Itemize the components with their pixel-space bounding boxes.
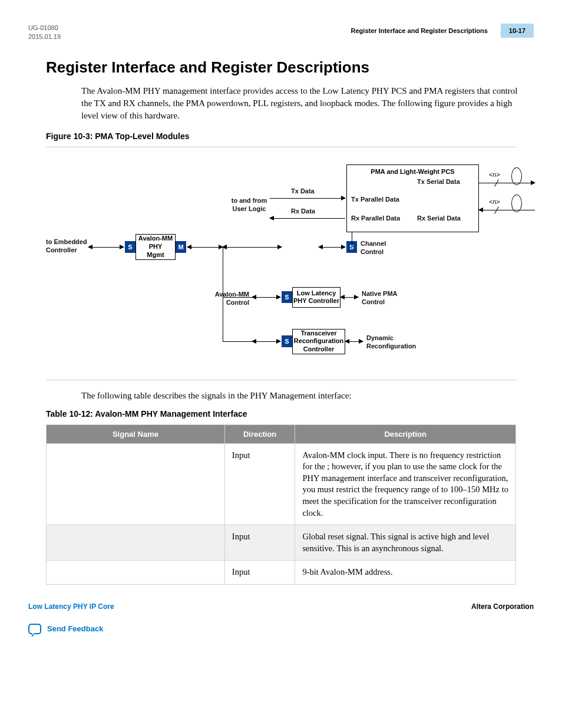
- th-signal: Signal Name: [47, 424, 225, 443]
- footer-left-link[interactable]: Low Latency PHY IP Core: [28, 602, 114, 611]
- arrow-m-bus: [187, 247, 223, 248]
- tag-s-phy: S: [125, 241, 135, 253]
- line-to-ll: [223, 297, 252, 298]
- doc-id: UG-01080: [28, 24, 61, 32]
- doc-id-block: UG-01080 2015.01.19: [28, 24, 61, 42]
- footer-company: Altera Corporation: [471, 602, 534, 611]
- header-right: Register Interface and Register Descript…: [351, 24, 534, 38]
- box-xcvr-reconfig: TransceiverReconfigurationController: [292, 329, 345, 354]
- cell-signal: [47, 443, 225, 525]
- arrow-rx-data: [270, 218, 345, 219]
- pma-down-line: [352, 232, 352, 247]
- feedback-icon: [28, 624, 41, 634]
- table-row: Input Global reset signal. This signal i…: [47, 525, 516, 561]
- cell-description: 9-bit Avalon-MM address.: [295, 561, 516, 585]
- label-channel-control: ChannelControl: [361, 240, 386, 256]
- arrow-to-channel-s: [223, 247, 282, 248]
- box-low-latency: Low LatencyPHY Controller: [292, 287, 340, 308]
- ellipse-rx: [511, 195, 522, 212]
- tag-s-ll: S: [282, 291, 292, 303]
- cell-direction: Input: [224, 561, 295, 585]
- arrow-embedded: [88, 247, 124, 248]
- table-caption: Table 10-12: Avalon-MM PHY Management In…: [46, 409, 534, 419]
- n-tag-rx: <n>: [489, 198, 500, 205]
- cell-description: Global reset signal. This signal is acti…: [295, 525, 516, 561]
- cell-direction: Input: [224, 525, 295, 561]
- arrow-to-xcvr: [252, 341, 280, 342]
- cell-description: Avalon-MM clock input. There is no frequ…: [295, 443, 516, 525]
- page-header: UG-01080 2015.01.19 Register Interface a…: [28, 24, 534, 42]
- arrow-channel-right: [319, 247, 345, 248]
- intro-paragraph: The Avalon-MM PHY management interface p…: [81, 85, 528, 122]
- header-section-title: Register Interface and Register Descript…: [351, 27, 488, 34]
- arrow-rx-serial: [479, 210, 535, 210]
- cell-direction: Input: [224, 443, 295, 525]
- tag-m-phy: M: [176, 241, 186, 253]
- label-rx-parallel: Rx Parallel Data: [351, 215, 400, 223]
- label-native-pma: Native PMAControl: [362, 290, 398, 307]
- doc-date: 2015.01.19: [28, 32, 61, 41]
- label-tx-serial: Tx Serial Data: [417, 178, 460, 186]
- label-rx-serial: Rx Serial Data: [417, 215, 461, 223]
- box-avalon-phy-mgmt: Avalon-MMPHYMgmt: [135, 234, 176, 260]
- th-description: Description: [295, 424, 516, 443]
- ellipse-tx: [511, 167, 522, 185]
- figure-container: PMA and Light-Weight PCS to and fromUser…: [46, 147, 516, 380]
- label-user-logic: to and fromUser Logic: [229, 197, 270, 213]
- signal-table: Signal Name Direction Description Input …: [46, 424, 516, 585]
- cell-signal: [47, 525, 225, 561]
- label-tx-parallel: Tx Parallel Data: [351, 196, 399, 204]
- n-tag-tx: <n>: [489, 171, 500, 178]
- arrow-ll-right: [340, 297, 358, 298]
- figure-caption: Figure 10-3: PMA Top-Level Modules: [46, 131, 534, 141]
- feedback-label: Send Feedback: [47, 624, 103, 633]
- label-embedded: to EmbeddedController: [46, 238, 87, 255]
- label-avalon-control: Avalon-MMControl: [208, 291, 249, 307]
- line-to-xcvr: [223, 341, 252, 342]
- arrow-tx-data: [270, 198, 345, 199]
- page-number: 10-17: [501, 24, 534, 38]
- after-figure-text: The following table describes the signal…: [81, 391, 534, 401]
- th-direction: Direction: [224, 424, 295, 443]
- tag-s-xcvr: S: [282, 335, 292, 347]
- label-tx-data: Tx Data: [291, 187, 315, 196]
- arrow-xcvr-right: [345, 341, 363, 342]
- table-row: Input 9-bit Avalon-MM address.: [47, 561, 516, 585]
- diagram: PMA and Light-Weight PCS to and fromUser…: [46, 162, 517, 368]
- arrow-to-ll: [252, 297, 280, 298]
- page-title: Register Interface and Register Descript…: [46, 58, 534, 77]
- table-row: Input Avalon-MM clock input. There is no…: [47, 443, 516, 525]
- label-dynamic-reconfig: DynamicReconfiguration: [366, 334, 416, 351]
- cell-signal: [47, 561, 225, 585]
- arrow-tx-serial: [479, 183, 535, 183]
- send-feedback-link[interactable]: Send Feedback: [28, 624, 534, 634]
- page-footer: Low Latency PHY IP Core Altera Corporati…: [28, 602, 534, 611]
- label-rx-data: Rx Data: [291, 207, 315, 216]
